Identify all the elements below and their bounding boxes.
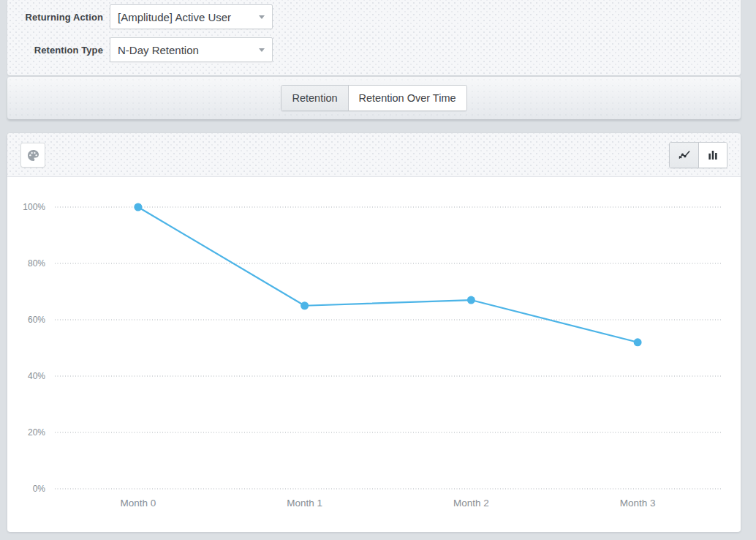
x-axis-label: Month 0: [120, 498, 156, 509]
data-point[interactable]: [467, 296, 475, 304]
view-tab-strip: Retention Retention Over Time: [7, 77, 741, 119]
palette-icon: [26, 149, 40, 162]
palette-button[interactable]: [20, 143, 45, 168]
chevron-down-icon: [259, 15, 265, 19]
line-chart-icon: [677, 148, 692, 162]
chevron-down-icon: [259, 48, 265, 52]
retention-type-value: N-Day Retention: [118, 44, 254, 56]
chart-type-toggle: [669, 142, 727, 168]
y-axis-tick-label: 40%: [28, 371, 45, 381]
x-axis-label: Month 1: [287, 498, 322, 509]
tab-retention-over-time[interactable]: Retention Over Time: [348, 86, 466, 110]
bar-chart-toggle-button[interactable]: [698, 143, 727, 168]
chart-panel: 100%80%60%40%20%0%Month 0Month 1Month 2M…: [7, 133, 741, 532]
returning-action-row: Returning Action [Amplitude] Active User: [7, 4, 103, 29]
view-tab-group: Retention Retention Over Time: [281, 85, 466, 111]
x-axis-label: Month 2: [453, 498, 489, 509]
y-axis-tick-label: 100%: [23, 202, 45, 212]
returning-action-dropdown[interactable]: [Amplitude] Active User: [110, 4, 273, 29]
y-axis-tick-label: 60%: [28, 315, 45, 325]
retention-line-chart: 100%80%60%40%20%0%Month 0Month 1Month 2M…: [7, 177, 741, 532]
line-chart-toggle-button[interactable]: [670, 143, 698, 168]
bar-chart-icon: [706, 149, 719, 162]
y-axis-tick-label: 20%: [28, 427, 45, 438]
returning-action-value: [Amplitude] Active User: [118, 11, 254, 23]
retention-type-label: Retention Type: [7, 45, 103, 56]
y-axis-tick-label: 0%: [33, 484, 46, 494]
retention-type-row: Retention Type N-Day Retention: [7, 37, 103, 62]
data-point[interactable]: [134, 203, 142, 211]
retention-series-line: [138, 207, 638, 342]
tab-retention[interactable]: Retention: [281, 86, 347, 110]
data-point[interactable]: [634, 338, 642, 346]
retention-type-dropdown[interactable]: N-Day Retention: [110, 37, 273, 62]
y-axis-tick-label: 80%: [28, 258, 45, 269]
chart-toolbar: [7, 133, 741, 177]
returning-action-label: Returning Action: [7, 12, 103, 23]
chart-svg: 100%80%60%40%20%0%Month 0Month 1Month 2M…: [7, 177, 741, 532]
data-point[interactable]: [300, 301, 309, 310]
filter-panel: Returning Action [Amplitude] Active User…: [7, 0, 741, 75]
x-axis-label: Month 3: [620, 498, 656, 509]
